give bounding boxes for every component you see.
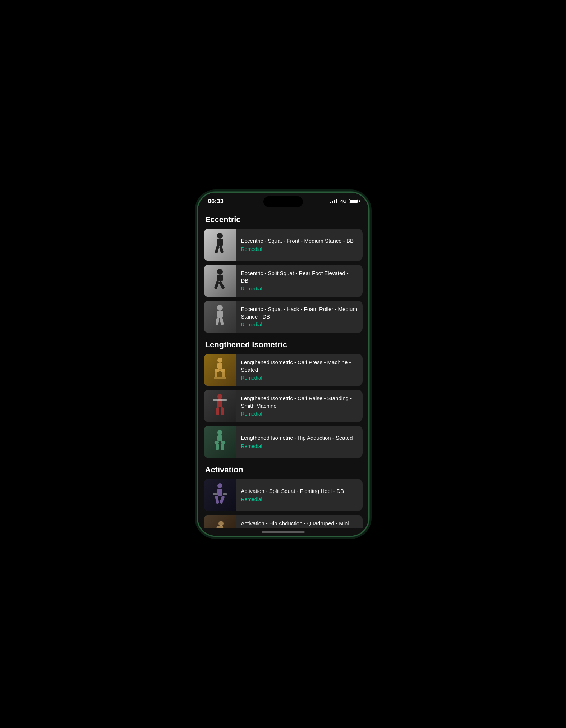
signal-bars [330,199,337,203]
status-icons: 4G [330,198,358,204]
svg-point-36 [218,521,224,526]
exercise-name-a1: Activation - Split Squat - Floating Heel… [241,487,358,495]
exercise-info-li3: Lengthened Isometric - Hip Adduction - S… [236,430,363,453]
svg-rect-16 [214,377,226,379]
volume-up-button[interactable] [197,268,198,288]
exercise-tag-li3: Remedial [241,443,358,449]
thumbnail-image-li2 [211,393,229,418]
exercise-tag-e3: Remedial [241,322,358,328]
exercise-card-e1[interactable]: Eccentric - Squat - Front - Medium Stanc… [204,229,363,261]
exercise-thumbnail-e1 [204,229,236,261]
svg-rect-18 [222,372,225,377]
exercise-card-a1[interactable]: Activation - Split Squat - Floating Heel… [204,479,363,511]
home-indicator [198,528,368,536]
exercise-card-li2[interactable]: Lengthened Isometric - Calf Raise - Stan… [204,390,363,422]
svg-rect-10 [215,317,219,325]
section-header-li: Lengthened Isometric [205,340,361,349]
exercise-name-e1: Eccentric - Squat - Front - Medium Stanc… [241,237,358,244]
signal-bar-1 [330,202,331,203]
phone-frame: 06:33 4G Eccentric [197,192,369,537]
svg-rect-5 [217,275,223,281]
svg-rect-23 [213,399,227,401]
svg-point-24 [217,430,222,435]
exercise-tag-e1: Remedial [241,246,358,252]
exercise-thumbnail-li1 [204,354,236,386]
exercise-thumbnail-e3 [204,301,236,333]
exercise-card-li1[interactable]: Lengthened Isometric - Calf Press - Mach… [204,354,363,386]
exercise-name-e2: Eccentric - Split Squat - Rear Foot Elev… [241,270,358,284]
svg-rect-22 [221,407,224,415]
thumbnail-image-a2 [211,518,229,528]
exercise-thumbnail-a1 [204,479,236,511]
exercise-card-e3[interactable]: Eccentric - Squat - Hack - Foam Roller -… [204,301,363,333]
volume-down-button[interactable] [197,293,198,313]
svg-point-19 [217,394,222,399]
signal-bar-4 [336,199,337,203]
svg-point-30 [217,483,222,488]
svg-rect-2 [215,246,219,253]
home-bar [262,531,305,533]
exercise-info-a1: Activation - Split Squat - Floating Heel… [236,483,363,506]
exercise-tag-li1: Remedial [241,375,358,381]
exercise-name-li1: Lengthened Isometric - Calf Press - Mach… [241,359,358,374]
exercise-name-li2: Lengthened Isometric - Calf Raise - Stan… [241,395,358,409]
svg-rect-32 [215,495,219,504]
svg-rect-3 [219,246,224,253]
svg-rect-17 [215,372,217,377]
exercise-name-e3: Eccentric - Squat - Hack - Foam Roller -… [241,306,358,320]
dynamic-island [263,196,303,207]
svg-rect-35 [223,493,227,495]
exercise-thumbnail-li2 [204,390,236,422]
exercise-thumbnail-a2 [204,515,236,528]
exercise-info-e2: Eccentric - Split Squat - Rear Foot Elev… [236,265,363,296]
exercise-info-li1: Lengthened Isometric - Calf Press - Mach… [236,354,363,385]
battery-fill [350,200,358,203]
battery-icon [349,199,358,203]
exercise-card-a2[interactable]: Activation - Hip Abduction - Quadruped -… [204,515,363,528]
thumbnail-image-a1 [211,482,229,508]
exercise-info-e3: Eccentric - Squat - Hack - Foam Roller -… [236,301,363,332]
section-header-eccentric: Eccentric [205,215,361,224]
exercise-info-e1: Eccentric - Squat - Front - Medium Stanc… [236,233,363,256]
svg-point-8 [217,305,223,311]
svg-rect-29 [221,444,224,450]
svg-point-12 [217,358,222,363]
exercise-tag-li2: Remedial [241,411,358,417]
mute-button[interactable] [197,250,198,262]
svg-rect-25 [217,435,222,441]
exercise-card-e2[interactable]: Eccentric - Split Squat - Rear Foot Elev… [204,265,363,297]
svg-rect-34 [213,493,217,495]
signal-bar-2 [332,201,333,203]
exercise-name-a2: Activation - Hip Abduction - Quadruped -… [241,520,358,528]
svg-rect-6 [214,281,219,289]
thumbnail-image-li3 [211,429,229,454]
signal-bar-3 [334,200,335,203]
svg-rect-13 [217,363,222,369]
signal-4g-label: 4G [340,198,346,204]
phone-screen: 06:33 4G Eccentric [198,193,368,536]
svg-rect-7 [218,281,225,289]
exercise-name-li3: Lengthened Isometric - Hip Adduction - S… [241,434,358,441]
exercise-tag-a1: Remedial [241,496,358,502]
svg-rect-28 [216,444,219,450]
exercise-info-li2: Lengthened Isometric - Calf Raise - Stan… [236,390,363,421]
svg-point-0 [217,233,223,239]
svg-rect-9 [217,311,223,318]
exercise-tag-e2: Remedial [241,286,358,292]
exercise-thumbnail-li3 [204,426,236,458]
status-time: 06:33 [208,198,224,205]
svg-rect-21 [216,407,219,415]
screen-content[interactable]: Eccentric Eccentric - Squat - Front - Me… [198,208,368,528]
thumbnail-image-e1 [211,232,229,257]
svg-rect-15 [220,369,225,372]
svg-rect-31 [217,489,222,496]
thumbnail-image-li1 [211,357,229,383]
exercise-card-li3[interactable]: Lengthened Isometric - Hip Adduction - S… [204,426,363,458]
section-header-activation: Activation [205,465,361,475]
exercise-info-a2: Activation - Hip Abduction - Quadruped -… [236,516,363,528]
svg-rect-14 [215,369,220,372]
exercise-thumbnail-e2 [204,265,236,297]
power-button[interactable] [369,272,369,301]
svg-point-4 [217,269,223,275]
svg-rect-11 [220,317,224,325]
